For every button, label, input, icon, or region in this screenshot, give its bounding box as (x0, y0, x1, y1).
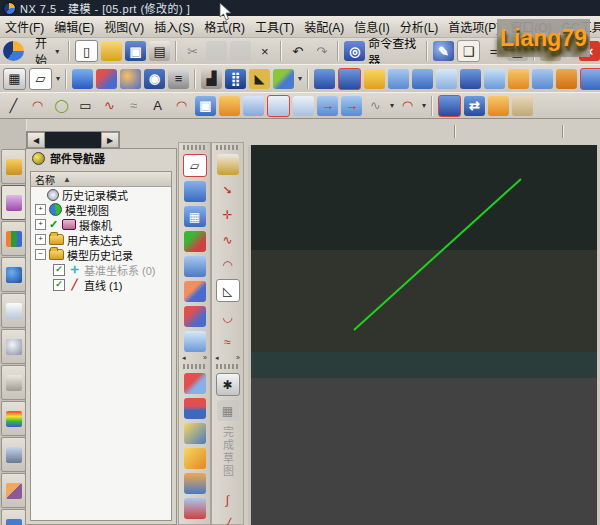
arc-edit-icon[interactable]: ◡ (217, 306, 239, 327)
redo-icon[interactable]: ↷ (311, 41, 332, 61)
overflow-left-icon[interactable]: ◂ (182, 354, 186, 362)
swept-icon[interactable] (184, 256, 206, 277)
touch-mode-icon[interactable]: ✎ (433, 41, 454, 61)
bridge-curve-icon[interactable]: ≈ (123, 96, 144, 116)
process-studio-tab[interactable] (1, 365, 26, 400)
law-extension-icon[interactable] (184, 423, 206, 444)
tree-item-2[interactable]: +模型视图 (31, 202, 171, 217)
nx-swirl-icon[interactable] (3, 41, 24, 61)
cut-icon[interactable]: ✂ (182, 41, 203, 61)
thread-icon[interactable]: ≡ (168, 69, 189, 89)
menu-item-9[interactable]: 分析(L) (395, 16, 444, 37)
trimmed-sheet-icon[interactable] (184, 398, 206, 419)
sketch-icon[interactable]: ▦ (3, 68, 26, 90)
scroll-left-icon[interactable]: ◀ (27, 132, 45, 148)
tree-item-label[interactable]: 摄像机 (79, 217, 112, 233)
menu-item-1[interactable]: 文件(F) (0, 16, 49, 37)
section-curve-icon[interactable] (267, 95, 290, 117)
pattern-feature-icon[interactable]: ⣿ (225, 69, 246, 89)
overflow-more-icon[interactable]: » (203, 354, 207, 362)
boolean-icon[interactable] (273, 69, 294, 89)
offset-surface-icon[interactable] (184, 373, 206, 394)
assembly-navigator-tab[interactable] (1, 149, 26, 184)
intersect-icon[interactable] (338, 68, 361, 90)
user-groups-tab[interactable] (1, 473, 26, 508)
datum-plane-icon[interactable]: ▱ (29, 68, 52, 90)
linked-body-icon[interactable]: ⇄ (464, 96, 485, 116)
menu-item-4[interactable]: 插入(S) (149, 16, 199, 37)
pattern-geometry-icon[interactable] (512, 96, 533, 116)
tree-column-header[interactable]: 名称 ▲ (31, 172, 171, 187)
overflow-more-icon[interactable]: » (236, 354, 240, 362)
arc-icon[interactable]: ◠ (27, 96, 48, 116)
tree-item-3[interactable]: +✓摄像机 (31, 217, 171, 232)
offset-curve-icon[interactable]: → (317, 96, 338, 116)
unite-icon[interactable] (314, 69, 335, 89)
offset-region-icon[interactable] (580, 68, 600, 90)
law-curve-icon[interactable]: ◠ (171, 96, 192, 116)
draft-icon[interactable]: ◣ (249, 69, 270, 89)
finish-sketch-label[interactable]: 完成草图 (220, 426, 236, 484)
circle-icon[interactable]: ◯ (51, 96, 72, 116)
studio-spline-icon[interactable]: ∿ (99, 96, 120, 116)
menu-item-2[interactable]: 编辑(E) (49, 16, 99, 37)
expand-icon[interactable]: + (35, 219, 46, 230)
visibility-checkbox[interactable]: ✓ (53, 264, 65, 276)
intersection-curve-icon[interactable] (293, 96, 314, 116)
overflow-left-icon[interactable]: ◂ (215, 354, 219, 362)
toolbar-overflow-arrows[interactable]: ◂» (212, 354, 243, 362)
blend-icon[interactable] (120, 69, 141, 89)
tree-item-label[interactable]: 模型历史记录 (67, 247, 133, 263)
tree-item-label[interactable]: 直线 (1) (84, 277, 123, 293)
patch-body-icon[interactable] (436, 69, 457, 89)
ruled-surface-icon[interactable] (184, 181, 206, 202)
expand-icon[interactable]: + (35, 234, 46, 245)
visibility-checkbox[interactable]: ✓ (53, 279, 65, 291)
toolbar-overflow-arrows[interactable]: ◂» (179, 354, 210, 362)
graphics-viewport[interactable] (248, 145, 600, 525)
combined-projection-icon[interactable] (243, 96, 264, 116)
project-curve-icon[interactable] (219, 96, 240, 116)
menu-item-7[interactable]: 装配(A) (299, 16, 349, 37)
tree-item-6[interactable]: ✓✛基准坐标系 (0) (31, 262, 171, 277)
rectangle-icon[interactable]: ▭ (75, 96, 96, 116)
toolbar-drag-handle[interactable] (216, 364, 240, 369)
trim-body-icon[interactable] (364, 69, 385, 89)
tree-item-7[interactable]: ✓╱直线 (1) (31, 277, 171, 292)
system-clock-tab[interactable] (1, 329, 26, 364)
curve-length-icon[interactable]: ≈ (217, 331, 239, 352)
silhouette-flange-icon[interactable] (184, 473, 206, 494)
boss-icon[interactable]: ▟ (201, 69, 222, 89)
paste-icon[interactable] (230, 41, 251, 61)
new-file-icon[interactable]: ▯ (75, 40, 98, 62)
menu-item-3[interactable]: 视图(V) (99, 16, 149, 37)
spline-edit-icon[interactable]: ∿ (365, 96, 386, 116)
extension-surface-icon[interactable] (184, 448, 206, 469)
part-navigator-tab[interactable] (1, 185, 26, 220)
fillet-curve-icon[interactable]: ◠ (217, 254, 239, 275)
styled-sweep-icon[interactable] (184, 281, 206, 302)
offset-curve-in-face-icon[interactable]: → (341, 96, 362, 116)
command-finder-icon[interactable]: ◎ (344, 41, 365, 61)
hole-icon[interactable]: ◉ (144, 69, 165, 89)
internet-explorer-tab[interactable] (1, 257, 26, 292)
revolve-icon[interactable] (96, 69, 117, 89)
extrude-icon[interactable] (72, 69, 93, 89)
column-name-label[interactable]: 名称 (35, 172, 55, 187)
undo-icon[interactable]: ↶ (287, 41, 308, 61)
window-cascade-icon[interactable]: ❑ (457, 40, 480, 62)
edit-curve-parameters-icon[interactable] (217, 154, 239, 175)
sketch-line-icon[interactable]: ╱ (217, 514, 239, 525)
global-shaping-icon[interactable] (184, 498, 206, 519)
smooth-spline-icon[interactable]: ∿ (217, 229, 239, 250)
wave-link-icon[interactable] (488, 96, 509, 116)
expand-icon[interactable]: + (35, 204, 46, 215)
tree-item-label[interactable]: 基准坐标系 (0) (84, 262, 156, 278)
mirror-feature-icon[interactable] (412, 69, 433, 89)
n-sided-surface-icon[interactable] (184, 331, 206, 352)
art-surface-icon[interactable] (184, 231, 206, 252)
x-form-icon[interactable]: ◠ (397, 96, 418, 116)
chamfer-curve-icon[interactable]: ◺ (216, 279, 240, 302)
divide-curve-icon[interactable]: ✛ (217, 204, 239, 225)
section-surface-icon[interactable] (184, 306, 206, 327)
